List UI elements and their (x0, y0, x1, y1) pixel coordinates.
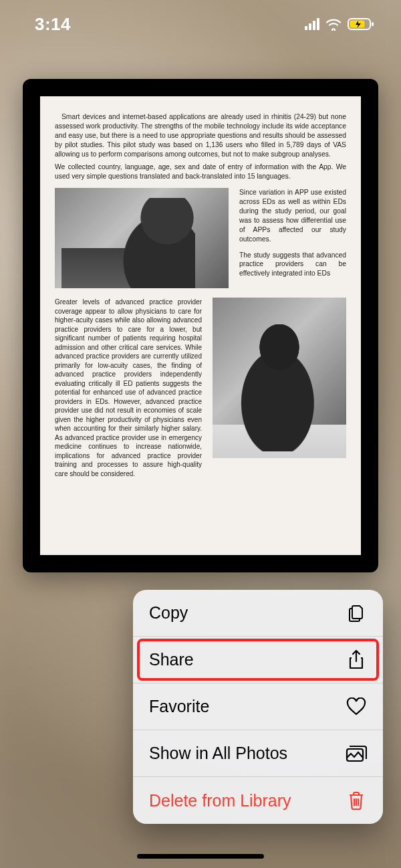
doc-paragraph: Since variation in APP use existed acros… (239, 188, 346, 243)
share-icon (346, 649, 367, 671)
menu-item-favorite[interactable]: Favorite (133, 683, 383, 730)
photos-icon (346, 743, 367, 764)
status-bar: 3:14 (0, 0, 401, 48)
wifi-icon (325, 17, 342, 31)
menu-item-label: Favorite (149, 697, 209, 716)
battery-charging-icon (348, 17, 374, 31)
menu-item-label: Share (149, 650, 194, 669)
document-image (55, 188, 229, 288)
trash-icon (346, 790, 367, 811)
menu-item-label: Show in All Photos (149, 744, 287, 763)
cellular-icon (305, 18, 319, 30)
doc-paragraph: We collected country, language, age, sex… (55, 162, 346, 181)
doc-paragraph: Smart devices and internet-based applica… (55, 112, 346, 158)
menu-item-show-in-all-photos[interactable]: Show in All Photos (133, 730, 383, 777)
doc-paragraph: Greater levels of advanced practice prov… (55, 298, 202, 478)
status-time: 3:14 (35, 14, 71, 35)
copy-icon (346, 603, 367, 624)
context-menu: Copy Share Favorite Show in All Photos (133, 590, 383, 824)
status-indicators (305, 17, 374, 31)
doc-paragraph: The study suggests that advanced practic… (239, 251, 346, 279)
document-preview[interactable]: Smart devices and internet-based applica… (23, 79, 378, 572)
menu-item-share[interactable]: Share (133, 637, 383, 683)
menu-item-label: Copy (149, 603, 188, 623)
svg-rect-1 (372, 22, 374, 26)
document-page: Smart devices and internet-based applica… (40, 96, 361, 555)
menu-item-label: Delete from Library (149, 791, 291, 810)
document-image (213, 298, 346, 458)
menu-item-copy[interactable]: Copy (133, 590, 383, 637)
menu-item-delete-from-library[interactable]: Delete from Library (133, 777, 383, 824)
home-indicator[interactable] (137, 854, 264, 859)
heart-icon (346, 696, 367, 718)
